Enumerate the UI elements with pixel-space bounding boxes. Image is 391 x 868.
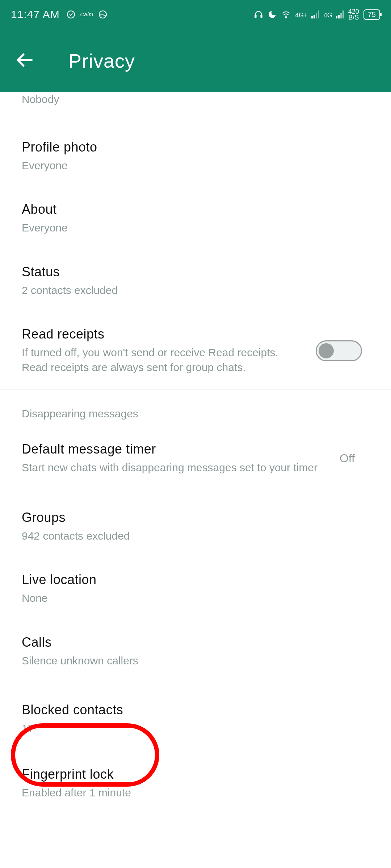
status-title: Status	[22, 264, 369, 280]
svg-point-0	[67, 11, 75, 18]
default-timer-description: Start new chats with disappearing messag…	[22, 460, 329, 475]
calls-title: Calls	[22, 635, 369, 650]
groups-value: 942 contacts excluded	[22, 529, 369, 544]
read-receipts-item[interactable]: Read receipts If turned off, you won't s…	[0, 312, 391, 389]
status-time: 11:47 AM	[11, 8, 60, 21]
disappearing-section-header: Disappearing messages	[0, 390, 391, 427]
last-seen-item[interactable]: Nobody	[0, 92, 391, 125]
wifi-icon	[281, 10, 291, 19]
status-item[interactable]: Status 2 contacts excluded	[0, 250, 391, 312]
default-timer-value: Off	[340, 452, 369, 465]
read-receipts-title: Read receipts	[22, 327, 305, 342]
about-item[interactable]: About Everyone	[0, 187, 391, 250]
about-value: Everyone	[22, 221, 369, 235]
blocked-contacts-value: 17	[22, 721, 369, 736]
checkmark-icon	[66, 10, 76, 19]
groups-item[interactable]: Groups 942 contacts excluded	[0, 490, 391, 558]
status-bar: 11:47 AM Calm 4G+ 4G 420 B/S	[0, 0, 391, 29]
live-location-value: None	[22, 591, 369, 606]
toggle-thumb	[319, 343, 334, 358]
default-timer-item[interactable]: Default message timer Start new chats wi…	[0, 427, 391, 490]
status-right: 4G+ 4G 420 B/S 75	[254, 9, 380, 20]
fingerprint-lock-item[interactable]: Fingerprint lock Enabled after 1 minute	[0, 747, 391, 815]
read-receipts-toggle[interactable]	[316, 340, 362, 361]
svg-point-4	[286, 17, 286, 18]
battery-indicator: 75	[363, 9, 380, 20]
profile-photo-title: Profile photo	[22, 140, 369, 155]
calls-item[interactable]: Calls Silence unknown callers	[0, 620, 391, 683]
blocked-contacts-item[interactable]: Blocked contacts 17	[0, 682, 391, 747]
page-title: Privacy	[68, 50, 135, 72]
read-receipts-description: If turned off, you won't send or receive…	[22, 345, 305, 375]
app-bar: Privacy	[0, 29, 391, 92]
moon-icon	[268, 10, 277, 19]
groups-title: Groups	[22, 510, 369, 525]
calls-value: Silence unknown callers	[22, 654, 369, 668]
default-timer-title: Default message timer	[22, 442, 329, 457]
fingerprint-lock-value: Enabled after 1 minute	[22, 786, 369, 800]
network-speed: 420 B/S	[348, 9, 359, 20]
status-value: 2 contacts excluded	[22, 283, 369, 298]
last-seen-value: Nobody	[22, 92, 369, 107]
profile-photo-value: Everyone	[22, 158, 369, 173]
status-left: 11:47 AM Calm	[11, 8, 108, 21]
globe-icon	[98, 10, 108, 19]
live-location-title: Live location	[22, 572, 369, 587]
headphones-icon	[254, 10, 263, 19]
profile-photo-item[interactable]: Profile photo Everyone	[0, 125, 391, 188]
sim2-signal: 4G	[324, 10, 344, 18]
svg-rect-2	[255, 15, 256, 18]
settings-list: Nobody Profile photo Everyone About Ever…	[0, 92, 391, 814]
svg-rect-3	[261, 15, 262, 18]
calm-icon: Calm	[82, 10, 92, 19]
fingerprint-lock-title: Fingerprint lock	[22, 767, 369, 782]
blocked-contacts-title: Blocked contacts	[22, 702, 369, 718]
about-title: About	[22, 202, 369, 217]
back-arrow-icon[interactable]	[14, 50, 34, 71]
sim1-signal: 4G+	[295, 10, 319, 18]
live-location-item[interactable]: Live location None	[0, 558, 391, 620]
